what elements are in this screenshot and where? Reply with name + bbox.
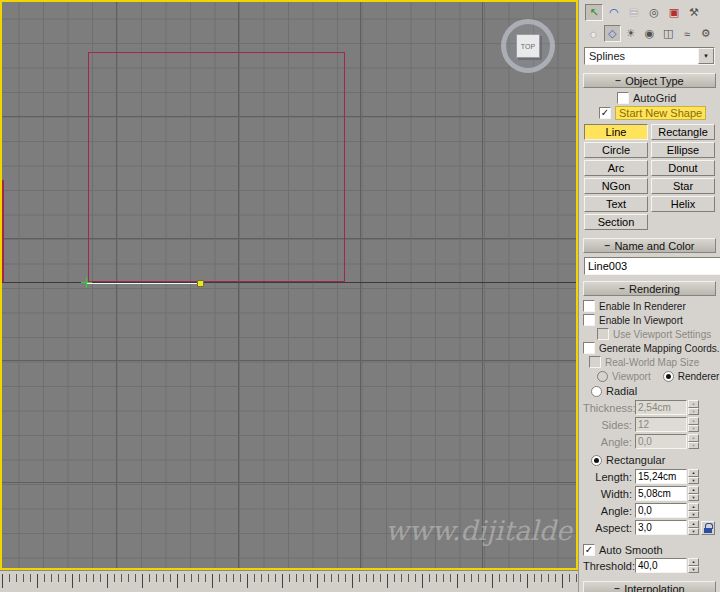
threshold-label: Threshold: xyxy=(583,560,635,572)
width-input[interactable] xyxy=(635,486,687,501)
systems-category-icon[interactable]: ⚙ xyxy=(697,25,714,42)
spinner-down-icon[interactable]: ▼ xyxy=(688,425,699,433)
spinner-up-icon[interactable]: ▲ xyxy=(688,400,699,408)
start-new-shape-checkbox[interactable]: ✓ xyxy=(599,107,611,119)
viewport-radio[interactable] xyxy=(597,371,608,382)
section-button[interactable]: Section xyxy=(584,214,648,230)
sides-input[interactable] xyxy=(635,417,687,432)
circle-button[interactable]: Circle xyxy=(584,142,648,158)
spinner-down-icon[interactable]: ▼ xyxy=(688,566,699,574)
ellipse-button[interactable]: Ellipse xyxy=(651,142,715,158)
view-navigation-ring[interactable]: TOP xyxy=(501,19,555,73)
generate-mapping-checkbox[interactable] xyxy=(583,342,595,354)
spinner-down-icon[interactable]: ▼ xyxy=(688,408,699,416)
donut-button[interactable]: Donut xyxy=(651,160,715,176)
auto-smooth-row: ✓ Auto Smooth xyxy=(583,544,716,556)
spinner-down-icon[interactable]: ▼ xyxy=(688,477,699,485)
threshold-input[interactable] xyxy=(635,558,687,573)
angle-rect-spinner[interactable]: ▲ ▼ xyxy=(688,503,699,518)
text-button[interactable]: Text xyxy=(584,196,648,212)
angle-rect-input[interactable] xyxy=(635,503,687,518)
modify-tab-icon[interactable]: ◠ xyxy=(605,4,623,21)
renderer-radio[interactable] xyxy=(663,371,674,382)
spinner-up-icon[interactable]: ▲ xyxy=(688,486,699,494)
helix-button[interactable]: Helix xyxy=(651,196,715,212)
length-field-row: Length: ▲ ▼ xyxy=(583,469,716,484)
cameras-category-icon[interactable]: ◉ xyxy=(641,25,658,42)
thickness-label: Thickness: xyxy=(583,402,635,414)
angle-radial-input[interactable] xyxy=(635,434,687,449)
spinner-up-icon[interactable]: ▲ xyxy=(688,469,699,477)
real-world-checkbox[interactable] xyxy=(589,356,601,368)
width-label: Width: xyxy=(583,488,635,500)
aspect-input[interactable] xyxy=(635,520,687,535)
length-input[interactable] xyxy=(635,469,687,484)
shapes-category-icon[interactable]: ◇ xyxy=(604,25,621,42)
auto-smooth-label: Auto Smooth xyxy=(599,544,663,556)
angle-radial-spinner[interactable]: ▲ ▼ xyxy=(688,434,699,449)
enable-viewport-checkbox[interactable] xyxy=(583,314,595,326)
aspect-spinner[interactable]: ▲ ▼ xyxy=(688,520,699,535)
rectangular-radio[interactable] xyxy=(591,455,602,466)
spinner-up-icon[interactable]: ▲ xyxy=(688,558,699,566)
spinner-up-icon[interactable]: ▲ xyxy=(688,434,699,442)
name-color-rollout-header[interactable]: − Name and Color xyxy=(583,238,716,253)
rectangle-button[interactable]: Rectangle xyxy=(651,124,715,140)
spinner-up-icon[interactable]: ▲ xyxy=(688,503,699,511)
line-start-vertex-marker xyxy=(81,277,92,288)
spinner-up-icon[interactable]: ▲ xyxy=(688,520,699,528)
enable-renderer-checkbox[interactable] xyxy=(583,300,595,312)
length-spinner[interactable]: ▲ ▼ xyxy=(688,469,699,484)
aspect-lock-icon[interactable] xyxy=(701,521,715,535)
object-name-input[interactable] xyxy=(584,257,720,275)
ngon-button[interactable]: NGon xyxy=(584,178,648,194)
sides-field-row: Sides: ▲ ▼ xyxy=(583,417,716,432)
rectangular-radio-label: Rectangular xyxy=(606,454,665,466)
lights-category-icon[interactable]: ☀ xyxy=(623,25,640,42)
track-bar-timeline[interactable] xyxy=(0,570,578,592)
spinner-down-icon[interactable]: ▼ xyxy=(688,494,699,502)
enable-renderer-label: Enable In Renderer xyxy=(599,301,686,312)
line-being-drawn xyxy=(87,283,201,284)
start-new-shape-label[interactable]: Start New Shape xyxy=(615,106,706,120)
autogrid-checkbox[interactable] xyxy=(617,92,629,104)
start-new-shape-row: ✓ Start New Shape xyxy=(599,106,716,120)
spinner-down-icon[interactable]: ▼ xyxy=(688,442,699,450)
spacewarps-category-icon[interactable]: ≈ xyxy=(679,25,696,42)
thickness-input[interactable] xyxy=(635,400,687,415)
enable-viewport-row: Enable In Viewport xyxy=(583,314,716,326)
width-spinner[interactable]: ▲ ▼ xyxy=(688,486,699,501)
create-category-row: ● ◇ ☀ ◉ ◫ ≈ ⚙ xyxy=(583,24,716,45)
motion-tab-icon[interactable]: ◎ xyxy=(645,4,663,21)
star-button[interactable]: Star xyxy=(651,178,715,194)
arc-button[interactable]: Arc xyxy=(584,160,648,176)
display-tab-icon[interactable]: ▣ xyxy=(665,4,683,21)
thickness-spinner[interactable]: ▲ ▼ xyxy=(688,400,699,415)
command-panel-tabs: ↖ ◠ ⊞ ◎ ▣ ⚒ xyxy=(583,3,716,24)
viewport-column: TOP www.dijitalde xyxy=(0,0,578,592)
interpolation-rollout-header[interactable]: − Interpolation xyxy=(583,581,716,592)
radial-radio[interactable] xyxy=(591,386,602,397)
object-type-rollout-header[interactable]: − Object Type xyxy=(583,73,716,88)
spinner-up-icon[interactable]: ▲ xyxy=(688,417,699,425)
rollout-title: Rendering xyxy=(629,283,680,295)
utilities-tab-icon[interactable]: ⚒ xyxy=(685,4,703,21)
rendering-rollout-header[interactable]: − Rendering xyxy=(583,281,716,296)
spinner-down-icon[interactable]: ▼ xyxy=(688,528,699,536)
geometry-category-icon[interactable]: ● xyxy=(585,25,602,42)
helpers-category-icon[interactable]: ◫ xyxy=(660,25,677,42)
use-viewport-settings-checkbox[interactable] xyxy=(597,328,609,340)
top-viewport[interactable]: TOP www.dijitalde xyxy=(0,0,578,570)
spinner-down-icon[interactable]: ▼ xyxy=(688,511,699,519)
sides-spinner[interactable]: ▲ ▼ xyxy=(688,417,699,432)
viewcube-top-face[interactable]: TOP xyxy=(516,34,540,58)
spline-category-dropdown[interactable]: Splines ▼ xyxy=(584,47,715,65)
threshold-spinner[interactable]: ▲ ▼ xyxy=(688,558,699,573)
chevron-down-icon[interactable]: ▼ xyxy=(698,48,714,64)
create-tab-icon[interactable]: ↖ xyxy=(585,4,603,21)
line-button[interactable]: Line xyxy=(584,124,648,140)
hierarchy-tab-icon[interactable]: ⊞ xyxy=(625,4,643,21)
auto-smooth-checkbox[interactable]: ✓ xyxy=(583,544,595,556)
length-label: Length: xyxy=(583,471,635,483)
sides-label: Sides: xyxy=(583,419,635,431)
